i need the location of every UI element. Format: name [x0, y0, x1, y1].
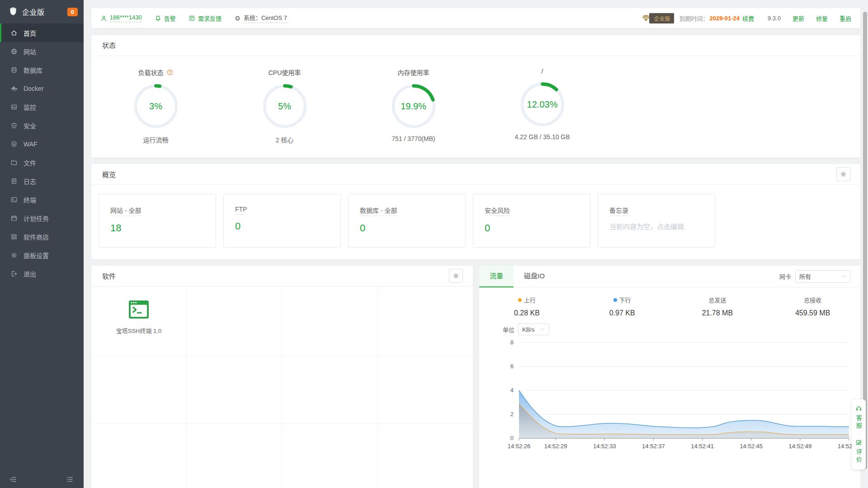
- globe-icon: [10, 48, 18, 55]
- gauge-subtext: 2 核心: [276, 135, 294, 144]
- user-phone[interactable]: 186****1430: [110, 14, 142, 22]
- sidebar-item-appstore[interactable]: 软件商店: [0, 227, 84, 246]
- expire-label: 到期时间：: [679, 14, 709, 23]
- sidebar-item-label: 网站: [24, 47, 36, 56]
- svg-text:4: 4: [510, 387, 514, 394]
- svg-text:14:52:29: 14:52:29: [544, 443, 567, 450]
- repair-link[interactable]: 修复: [816, 14, 828, 23]
- legend-dot: [613, 298, 617, 302]
- svg-text:14:52:37: 14:52:37: [642, 443, 665, 450]
- sidebar-footer: [0, 475, 84, 483]
- sidebar-item-terminal[interactable]: 终端: [0, 190, 84, 209]
- gauge-value: 3%: [132, 83, 179, 130]
- traffic-stat-up: 上行 0.28 KB: [479, 296, 575, 317]
- svg-text:14:52:41: 14:52:41: [691, 443, 714, 450]
- sidebar-item-security[interactable]: 安全: [0, 116, 84, 135]
- help-icon[interactable]: [166, 69, 174, 76]
- log-icon: [10, 178, 18, 185]
- app-logo[interactable]: 企业版 0: [0, 0, 84, 23]
- traffic-stat-total-received: 总接收 459.59 MB: [765, 296, 860, 317]
- stat-label: 总接收: [804, 296, 821, 304]
- stat-label: 总发送: [708, 296, 726, 304]
- overview-card-security-risk[interactable]: 安全风险0: [473, 194, 590, 248]
- sidebar-item-label: WAF: [24, 141, 38, 148]
- software-settings-button[interactable]: [449, 269, 463, 283]
- database-icon: [10, 66, 18, 74]
- svg-text:14:52:33: 14:52:33: [593, 443, 616, 450]
- gauge-value: 12.03%: [519, 81, 566, 128]
- alarm-link[interactable]: 告警: [155, 14, 176, 23]
- floating-help-widget: 客服评价: [852, 399, 866, 469]
- software-title-row: 软件: [91, 266, 473, 286]
- traffic-tabs: 流量磁盘IO 网卡 所有: [479, 266, 860, 287]
- unit-select[interactable]: KB/s: [518, 324, 549, 335]
- waf-icon: [10, 141, 18, 148]
- gauge-value: 5%: [261, 83, 308, 130]
- sidebar-item-label: 安全: [24, 121, 36, 130]
- software-app-bt-ssh-terminal[interactable]: 宝塔SSH终端 1.0: [91, 286, 187, 355]
- feedback-link[interactable]: 需求反馈: [189, 14, 222, 23]
- overview-card-sites[interactable]: 网站 - 全部18: [99, 194, 216, 248]
- app-title: 企业版: [22, 6, 45, 17]
- sidebar-item-cron[interactable]: 计划任务: [0, 209, 84, 227]
- sidebar-item-label: 软件商店: [24, 232, 49, 241]
- stat-value: 0.28 KB: [479, 309, 575, 317]
- overview-card-label: 网站 - 全部: [110, 206, 216, 215]
- sidebar-item-monitor[interactable]: 监控: [0, 98, 84, 116]
- user-account[interactable]: 186****1430: [100, 14, 142, 22]
- gauge-value: 19.9%: [390, 83, 437, 130]
- renew-link[interactable]: 续费: [742, 14, 754, 23]
- overview-card-label: FTP: [235, 206, 340, 213]
- sidebar-item-logs[interactable]: 日志: [0, 172, 84, 190]
- overview-card-ftp[interactable]: FTP0: [223, 194, 341, 248]
- nic-select[interactable]: 所有: [795, 270, 850, 283]
- sidebar-item-label: 终端: [24, 195, 36, 204]
- traffic-section: 流量磁盘IO 网卡 所有 上行 0.28 KB下行 0.97 KB总发送 21.…: [479, 266, 860, 488]
- sidebar-item-docker[interactable]: Docker: [0, 79, 84, 98]
- overview-card-label: 数据库 - 全部: [360, 206, 465, 215]
- update-link[interactable]: 更新: [793, 14, 804, 23]
- plan-badge[interactable]: 企业版: [649, 13, 674, 23]
- edit-icon: [855, 439, 862, 446]
- overview-settings-button[interactable]: [836, 167, 850, 181]
- sidebar-item-sites[interactable]: 网站: [0, 42, 84, 61]
- sidebar-item-files[interactable]: 文件: [0, 153, 84, 172]
- software-grid-cell: [282, 286, 377, 355]
- status-gauge-load[interactable]: 负载状态 3% 运行流畅: [91, 68, 220, 144]
- gauge-ring: 5%: [261, 83, 308, 130]
- status-gauge-cpu[interactable]: CPU使用率 5% 2 核心: [220, 68, 349, 144]
- sidebar-item-database[interactable]: 数据库: [0, 61, 84, 79]
- software-grid-cell: [377, 424, 473, 488]
- traffic-stat-down: 下行 0.97 KB: [575, 296, 670, 317]
- menu-list-icon[interactable]: [66, 475, 74, 483]
- gauge-label: 内存使用率: [398, 68, 429, 77]
- system-info: 系统：CentOS 7: [234, 13, 287, 23]
- sidebar-item-home[interactable]: 首页: [0, 23, 84, 42]
- status-gauge-disk-root[interactable]: / 12.03% 4.22 GB / 35.10 GB: [478, 68, 607, 144]
- float-item-support[interactable]: 客服: [854, 405, 863, 430]
- restart-link[interactable]: 重启: [840, 14, 851, 23]
- overview-card-value: 0: [235, 221, 340, 232]
- sidebar-item-logout[interactable]: 退出: [0, 264, 84, 283]
- status-gauge-memory[interactable]: 内存使用率 19.9% 751 / 3770(MB): [349, 68, 478, 144]
- software-grid-cell: [187, 355, 282, 424]
- message-count-badge[interactable]: 0: [67, 8, 78, 16]
- collapse-sidebar-icon[interactable]: [9, 475, 17, 483]
- memo-placeholder[interactable]: 当前内容为空，点击编辑: [609, 221, 715, 231]
- sidebar-item-waf[interactable]: WAF: [0, 135, 84, 153]
- overview-card-database[interactable]: 数据库 - 全部0: [348, 194, 466, 248]
- terminal-app-icon: [128, 300, 149, 319]
- svg-text:14:52:26: 14:52:26: [508, 443, 531, 450]
- sidebar-item-panel-settings[interactable]: 面板设置: [0, 246, 84, 264]
- float-item-review[interactable]: 评价: [854, 439, 863, 464]
- svg-text:14:52:45: 14:52:45: [740, 443, 763, 450]
- overview-card-memo[interactable]: 备忘录当前内容为空，点击编辑: [598, 194, 715, 248]
- stat-value: 0.97 KB: [575, 309, 670, 317]
- logout-icon: [10, 270, 18, 277]
- terminal-icon: [10, 196, 18, 203]
- monitor-icon: [10, 103, 18, 111]
- gear-icon: [453, 272, 459, 279]
- traffic-chart: 0246814:52:2614:52:2914:52:3314:52:3714:…: [479, 337, 860, 463]
- tab-diskio[interactable]: 磁盘IO: [514, 266, 555, 287]
- tab-traffic[interactable]: 流量: [479, 266, 514, 287]
